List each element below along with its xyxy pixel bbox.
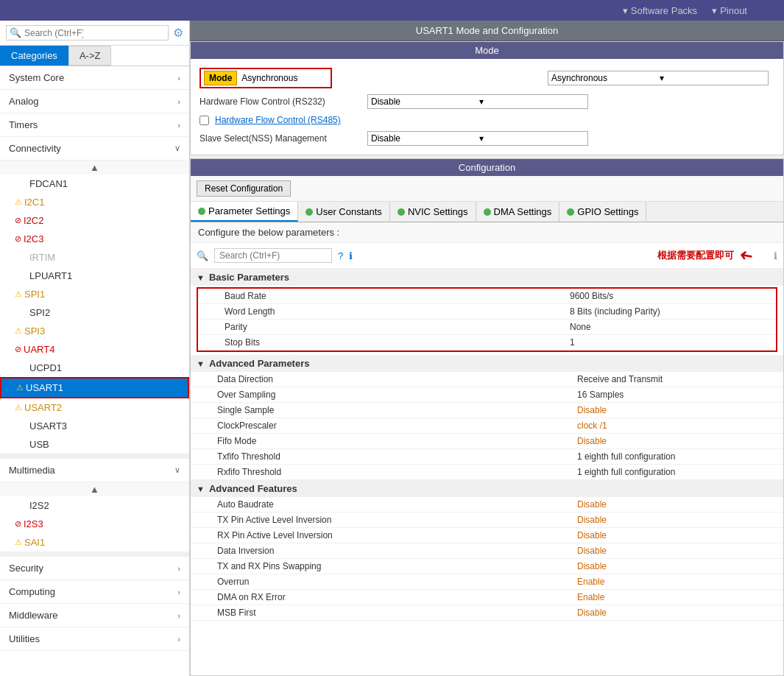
utilities-header[interactable]: Utilities › [0, 627, 189, 650]
sidebar-tabs: Categories A->Z [0, 46, 189, 66]
tab-dma-settings[interactable]: DMA Settings [476, 202, 560, 222]
sidebar-item-usart2[interactable]: ⚠ USART2 [0, 398, 189, 417]
warn-icon: ⚠ [15, 289, 22, 299]
main-layout: 🔍 ⚙ Categories A->Z System Core › [0, 21, 784, 676]
basic-params-group-header[interactable]: ▼ Basic Parameters [191, 269, 783, 286]
sidebar-item-spi2[interactable]: SPI2 [0, 303, 189, 322]
tab-categories[interactable]: Categories [0, 46, 68, 66]
param-row-single-sample: Single Sample Disable [191, 403, 783, 418]
config-tabs: Parameter Settings User Constants NVIC S… [191, 202, 783, 222]
chevron-down-icon: ▾ [712, 5, 717, 16]
param-row-auto-baudrate: Auto Baudrate Disable [191, 497, 783, 513]
config-search-input[interactable] [214, 248, 332, 263]
chevron-right-icon: › [177, 121, 180, 130]
tab-dot [306, 208, 313, 216]
help-circle-icon[interactable]: ? [338, 250, 343, 261]
flow-rs485-row: Hardware Flow Control (RS485) [199, 112, 774, 128]
multimedia-items: I2S2 ⊘ I2S3 ⚠ SAI1 [0, 496, 189, 552]
system-core-header[interactable]: System Core › [0, 66, 189, 89]
sidebar-item-i2s2[interactable]: I2S2 [0, 496, 189, 515]
chevron-right-icon: › [177, 74, 180, 82]
dropdown-arrow-icon: ▾ [479, 96, 585, 107]
param-row-clock-prescaler: ClockPrescaler clock /1 [191, 418, 783, 434]
mode-dropdown[interactable]: Asynchronous ▾ [548, 71, 769, 85]
section-security: Security › [0, 557, 189, 580]
chevron-right-icon: › [177, 97, 180, 106]
connectivity-header[interactable]: Connectivity ∨ [0, 137, 189, 160]
sidebar-item-spi3[interactable]: ⚠ SPI3 [0, 322, 189, 340]
chevron-down-icon: ∨ [174, 144, 180, 153]
advanced-params-group-header[interactable]: ▼ Advanced Parameters [191, 355, 783, 372]
tab-gpio-settings[interactable]: GPIO Settings [559, 202, 646, 222]
chevron-right-icon: › [177, 635, 180, 644]
warn-icon: ⚠ [15, 197, 22, 207]
software-packs-menu[interactable]: ▾ Software Packs [623, 5, 697, 16]
tab-az[interactable]: A->Z [68, 46, 112, 66]
software-packs-label: Software Packs [631, 5, 697, 16]
param-row-data-inversion: Data Inversion Disable [191, 543, 783, 559]
flow-rs232-dropdown[interactable]: Disable ▾ [367, 94, 588, 109]
info-circle-icon[interactable]: ℹ [349, 250, 353, 261]
info-icon[interactable]: ℹ [774, 250, 777, 261]
error-icon: ⊘ [15, 234, 21, 244]
config-section: Configuration Reset Configuration Parame… [190, 158, 784, 676]
sidebar-item-sai1[interactable]: ⚠ SAI1 [0, 533, 189, 552]
tab-parameter-settings[interactable]: Parameter Settings [191, 202, 298, 222]
sidebar-item-usart3[interactable]: USART3 [0, 417, 189, 435]
sidebar-item-fdcan1[interactable]: FDCAN1 [0, 175, 189, 193]
connectivity-items: FDCAN1 ⚠ I2C1 ⊘ I2C2 ⊘ I2C3 [0, 175, 189, 454]
sidebar-item-i2s3[interactable]: ⊘ I2S3 [0, 515, 189, 533]
timers-header[interactable]: Timers › [0, 113, 189, 136]
sidebar-item-uart4[interactable]: ⊘ UART4 [0, 340, 189, 359]
section-utilities: Utilities › [0, 627, 189, 651]
error-icon: ⊘ [15, 519, 21, 529]
top-bar: ▾ Software Packs ▾ Pinout [0, 0, 784, 21]
annotation-arrow: ➜ [738, 245, 755, 267]
sidebar-item-lpuart1[interactable]: LPUART1 [0, 267, 189, 285]
scroll-up-arrow2[interactable]: ▲ [0, 482, 189, 496]
sidebar-item-i2c3[interactable]: ⊘ I2C3 [0, 230, 189, 248]
middleware-header[interactable]: Middleware › [0, 604, 189, 627]
section-computing: Computing › [0, 580, 189, 604]
security-header[interactable]: Security › [0, 557, 189, 580]
mode-row: Mode Asynchronous Asynchronous ▾ [199, 65, 774, 91]
dropdown-arrow-icon: ▾ [479, 133, 585, 144]
error-icon: ⊘ [15, 216, 21, 225]
reset-configuration-button[interactable]: Reset Configuration [197, 180, 291, 197]
mode-header: Mode [191, 42, 783, 59]
sidebar-item-irtim[interactable]: IRTIM [0, 248, 189, 267]
warn-icon: ⚠ [15, 538, 22, 547]
chevron-right-icon: › [177, 611, 180, 620]
flow-rs485-checkbox[interactable] [199, 116, 209, 125]
sidebar-item-spi1[interactable]: ⚠ SPI1 [0, 285, 189, 303]
config-toolbar: Reset Configuration [191, 176, 783, 202]
multimedia-header[interactable]: Multimedia ∨ [0, 459, 189, 482]
sidebar-item-i2c1[interactable]: ⚠ I2C1 [0, 193, 189, 211]
gear-icon[interactable]: ⚙ [173, 26, 183, 40]
param-row-pins-swapping: TX and RX Pins Swapping Disable [191, 559, 783, 574]
annotation-text: 根据需要配置即可 [657, 249, 734, 262]
sidebar-item-i2c2[interactable]: ⊘ I2C2 [0, 211, 189, 230]
sidebar-search-box[interactable]: 🔍 [6, 25, 169, 41]
param-row-overrun: Overrun Enable [191, 574, 783, 590]
tab-user-constants[interactable]: User Constants [298, 202, 390, 222]
computing-header[interactable]: Computing › [0, 580, 189, 603]
sidebar-search-input[interactable] [24, 28, 83, 38]
pinout-menu[interactable]: ▾ Pinout [712, 5, 747, 16]
tab-nvic-settings[interactable]: NVIC Settings [390, 202, 476, 222]
chevron-right-icon: › [177, 588, 180, 596]
slave-select-dropdown[interactable]: Disable ▾ [367, 131, 588, 146]
advanced-features-group-header[interactable]: ▼ Advanced Features [191, 480, 783, 497]
param-row-dma-rx-error: DMA on RX Error Enable [191, 590, 783, 605]
mode-label: Mode [204, 71, 237, 85]
section-connectivity: Connectivity ∨ ▲ FDCAN1 ⚠ I2C1 [0, 137, 189, 454]
sidebar-search-row: 🔍 ⚙ [0, 21, 189, 46]
scroll-up-arrow[interactable]: ▲ [0, 160, 189, 175]
tab-dot [398, 208, 405, 216]
analog-header[interactable]: Analog › [0, 90, 189, 113]
sidebar-item-ucpd1[interactable]: UCPD1 [0, 359, 189, 377]
warn-icon: ⚠ [16, 383, 24, 392]
tab-dot [567, 208, 574, 216]
sidebar-item-usb[interactable]: USB [0, 435, 189, 454]
sidebar-item-usart1[interactable]: ⚠ USART1 [0, 377, 189, 398]
